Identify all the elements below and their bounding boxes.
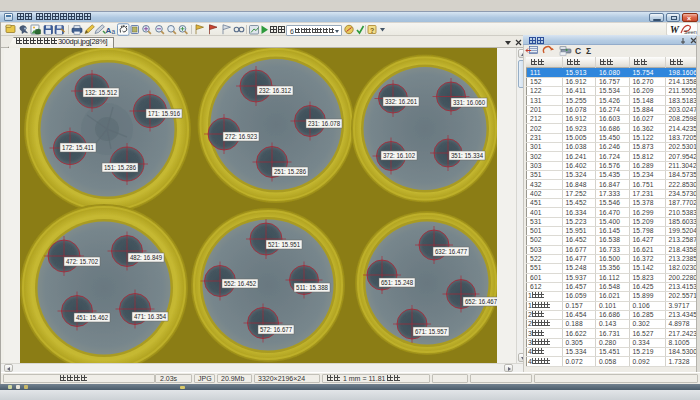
svg-text:671: 15.957: 671: 15.957 — [415, 328, 447, 335]
svg-text:231: 16.078: 231: 16.078 — [308, 120, 340, 127]
svg-text:482: 16.849: 482: 16.849 — [130, 254, 162, 261]
svg-text:632: 16.477: 632: 16.477 — [435, 248, 467, 255]
svg-text:171: 15.916: 171: 15.916 — [148, 110, 180, 117]
svg-text:?: ? — [370, 27, 374, 34]
svg-text:511: 15.388: 511: 15.388 — [296, 284, 328, 291]
svg-text:251: 15.286: 251: 15.286 — [274, 168, 306, 175]
svg-text:471: 16.354: 471: 16.354 — [134, 313, 166, 320]
svg-text:652: 16.467: 652: 16.467 — [465, 298, 497, 305]
svg-text:a: a — [112, 28, 116, 35]
svg-text:332: 16.261: 332: 16.261 — [385, 98, 417, 105]
svg-text:472: 15.702: 472: 15.702 — [66, 258, 98, 265]
svg-text:Σ: Σ — [586, 46, 591, 56]
svg-text:151: 15.286: 151: 15.286 — [104, 164, 136, 171]
svg-text:C: C — [575, 46, 581, 56]
svg-text:651: 15.248: 651: 15.248 — [381, 279, 413, 286]
svg-text:132: 15.512: 132: 15.512 — [85, 89, 117, 96]
svg-text:272: 16.923: 272: 16.923 — [225, 133, 257, 140]
svg-text:451: 15.462: 451: 15.462 — [76, 314, 108, 321]
svg-text:W: W — [670, 24, 680, 35]
svg-text:521: 15.951: 521: 15.951 — [268, 241, 300, 248]
svg-text:232: 16.312: 232: 16.312 — [259, 87, 291, 94]
svg-text:351: 15.334: 351: 15.334 — [451, 152, 483, 159]
svg-text:572: 16.677: 572: 16.677 — [260, 326, 292, 333]
svg-text:552: 16.452: 552: 16.452 — [224, 280, 256, 287]
svg-text:372: 16.102: 372: 16.102 — [383, 152, 415, 159]
svg-text:172: 15.411: 172: 15.411 — [62, 144, 94, 151]
svg-text:331: 16.060: 331: 16.060 — [453, 99, 485, 106]
